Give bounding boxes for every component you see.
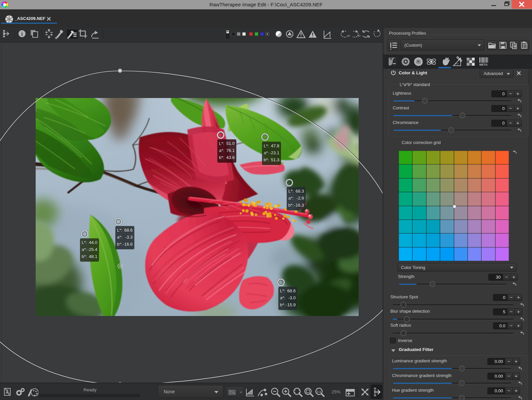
svg-text:90·: 90· xyxy=(357,34,361,37)
svg-text:90·: 90· xyxy=(347,34,351,37)
svg-text:25%: 25% xyxy=(331,389,340,394)
svg-text:1:1: 1:1 xyxy=(317,390,321,393)
svg-text:META: META xyxy=(479,63,488,66)
svg-text:i: i xyxy=(21,31,23,37)
svg-text:Ready: Ready xyxy=(83,387,96,392)
